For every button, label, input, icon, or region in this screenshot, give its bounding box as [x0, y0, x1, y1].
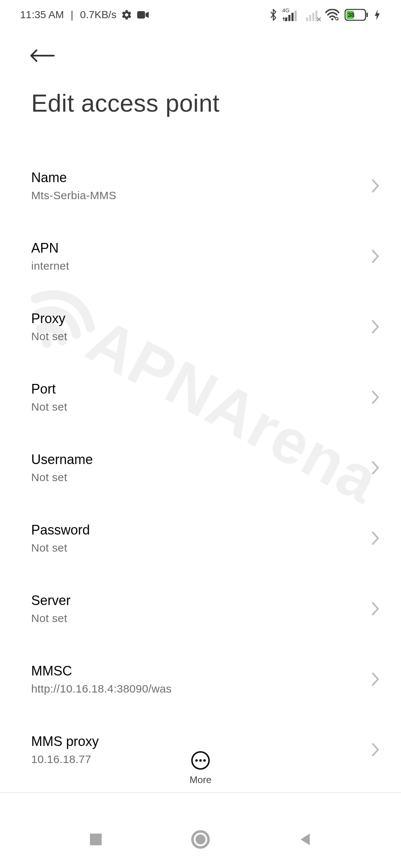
row-label: Port: [31, 381, 356, 397]
battery: 38: [345, 9, 368, 21]
row-proxy[interactable]: Proxy Not set: [0, 292, 401, 362]
row-label: Username: [31, 451, 356, 468]
svg-rect-1: [137, 11, 145, 19]
camera-icon: [137, 10, 149, 20]
svg-rect-5: [294, 11, 297, 21]
svg-rect-19: [90, 834, 102, 845]
chevron-right-icon: [370, 390, 381, 405]
chevron-right-icon: [370, 319, 381, 334]
signal-sim2: [304, 9, 320, 21]
row-label: Password: [31, 522, 356, 538]
row-mms-proxy[interactable]: MMS proxy 10.16.18.77: [0, 714, 401, 785]
chevron-right-icon: [370, 601, 381, 616]
signal-sim1: 4G: [284, 9, 299, 21]
chevron-right-icon: [370, 742, 381, 757]
row-mmsc[interactable]: MMSC http://10.16.18.4:38090/was: [0, 644, 401, 714]
svg-rect-7: [309, 15, 312, 21]
square-icon: [88, 832, 104, 847]
nav-back-button[interactable]: [297, 832, 313, 849]
svg-rect-3: [288, 15, 291, 21]
row-value: 10.16.18.77: [31, 752, 356, 766]
row-server[interactable]: Server Not set: [0, 573, 401, 644]
triangle-left-icon: [297, 832, 313, 847]
row-label: APN: [31, 240, 356, 256]
svg-point-21: [196, 835, 206, 845]
data-arrows-icon: [282, 17, 287, 22]
status-time: 11:35 AM: [20, 9, 64, 21]
row-value: Not set: [31, 611, 356, 625]
status-net-rate: 0.7KB/s: [80, 9, 117, 21]
back-button[interactable]: [29, 45, 59, 67]
nav-home-button[interactable]: [190, 829, 211, 851]
page-title: Edit access point: [0, 67, 401, 151]
svg-rect-6: [306, 17, 308, 21]
row-value: Not set: [31, 470, 356, 484]
row-label: MMS proxy: [31, 733, 356, 750]
row-port[interactable]: Port Not set: [0, 362, 401, 433]
row-label: Server: [31, 592, 356, 609]
chevron-right-icon: [370, 531, 381, 546]
svg-point-10: [331, 18, 333, 20]
status-bar: 11:35 AM | 0.7KB/s 4G: [0, 0, 401, 30]
bluetooth-icon: [268, 9, 278, 21]
row-value: Not set: [31, 329, 356, 343]
row-name[interactable]: Name Mts-Serbia-MMS: [0, 151, 401, 221]
svg-rect-8: [312, 13, 314, 21]
svg-rect-14: [366, 13, 368, 17]
chevron-right-icon: [370, 460, 381, 475]
row-value: Not set: [31, 400, 356, 414]
chevron-right-icon: [370, 249, 381, 264]
row-password[interactable]: Password Not set: [0, 503, 401, 573]
system-nav-bar: [0, 812, 401, 868]
charging-icon: [374, 9, 381, 21]
gear-icon: [121, 9, 132, 20]
row-label: Name: [31, 169, 356, 186]
row-label: MMSC: [31, 662, 356, 679]
chevron-right-icon: [370, 178, 381, 193]
wifi-icon: [325, 9, 339, 21]
row-value: Mts-Serbia-MMS: [31, 188, 356, 203]
row-apn[interactable]: APN internet: [0, 221, 401, 292]
chevron-right-icon: [370, 672, 381, 687]
settings-list: Name Mts-Serbia-MMS APN internet Proxy N…: [0, 151, 401, 785]
battery-pct: 38: [348, 11, 355, 19]
no-sim-icon: [316, 17, 322, 22]
arrow-left-icon: [29, 47, 55, 64]
row-value: internet: [31, 259, 356, 273]
row-username[interactable]: Username Not set: [0, 433, 401, 503]
svg-rect-4: [291, 13, 294, 21]
row-label: Proxy: [31, 310, 356, 327]
signal-tag: 4G: [282, 7, 290, 13]
circle-icon: [190, 829, 211, 849]
nav-recents-button[interactable]: [88, 832, 104, 849]
row-value: http://10.16.18.4:38090/was: [31, 681, 356, 696]
row-value: Not set: [31, 540, 356, 555]
status-divider: |: [71, 9, 73, 21]
